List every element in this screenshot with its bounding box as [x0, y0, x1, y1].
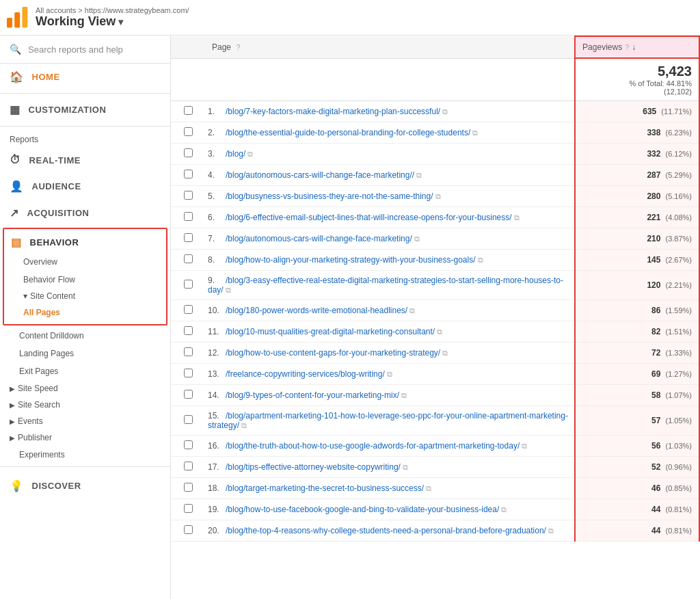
external-link-icon: ⧉: [512, 213, 520, 222]
th-pageviews[interactable]: Pageviews ? ↓: [575, 36, 699, 58]
row-checkbox[interactable]: [184, 148, 193, 157]
row-checkbox[interactable]: [184, 106, 193, 115]
page-link[interactable]: /blog/autonomous-cars-will-change-face-m…: [226, 234, 412, 243]
behavior-icon: ▤: [11, 236, 22, 249]
pageviews-value: 82: [651, 327, 660, 336]
sidebar-item-events[interactable]: ▶ Events: [0, 413, 170, 429]
row-checkbox[interactable]: [184, 390, 193, 399]
page-link[interactable]: /blog/10-must-qualities-great-digital-ma…: [226, 327, 435, 336]
row-checkbox-cell: [171, 122, 205, 144]
pageviews-value: 72: [651, 348, 660, 358]
page-link[interactable]: /blog/9-types-of-content-for-your-market…: [226, 390, 399, 400]
row-checkbox[interactable]: [184, 369, 193, 377]
page-link[interactable]: /blog/the-essential-guide-to-personal-br…: [226, 128, 470, 137]
page-link[interactable]: /blog/3-easy-effective-real-estate-digit…: [208, 276, 563, 295]
row-pageviews: 44 (0.81%): [575, 520, 699, 542]
pageviews-col-label: Pageviews: [582, 42, 622, 52]
pageviews-pct: (1.03%): [663, 442, 692, 450]
row-checkbox[interactable]: [184, 440, 193, 449]
page-link[interactable]: /blog/how-to-use-facebook-google-and-bin…: [226, 505, 499, 514]
row-checkbox[interactable]: [184, 212, 193, 221]
page-link[interactable]: /blog/tips-effective-attorney-website-co…: [226, 462, 401, 472]
sidebar-item-discover[interactable]: 💡 DISCOVER: [0, 472, 170, 499]
sidebar-item-exit-pages[interactable]: Exit Pages: [0, 362, 170, 380]
working-view-dropdown-icon[interactable]: ▾: [118, 16, 123, 27]
row-checkbox[interactable]: [184, 254, 193, 263]
row-checkbox[interactable]: [184, 347, 193, 356]
row-number: 1.: [208, 107, 223, 116]
page-link[interactable]: /blog/apartment-marketing-101-how-to-lev…: [208, 411, 568, 430]
page-link[interactable]: /blog/how-to-use-content-gaps-for-your-m…: [226, 348, 440, 358]
sidebar-item-experiments[interactable]: Experiments: [0, 446, 170, 464]
page-link[interactable]: /blog/7-key-factors-make-digital-marketi…: [226, 107, 440, 116]
page-link[interactable]: /blog/6-effective-email-subject-lines-th…: [226, 213, 512, 222]
page-link[interactable]: /blog/how-to-align-your-marketing-strate…: [226, 255, 475, 265]
page-link[interactable]: /blog/: [226, 149, 245, 159]
table-row: 18./blog/target-marketing-the-secret-to-…: [171, 478, 699, 499]
pageviews-sort-group: Pageviews ? ↓: [582, 42, 636, 52]
svg-rect-1: [14, 12, 20, 27]
page-link[interactable]: /blog/busyness-vs-business-they-are-not-…: [226, 191, 433, 201]
reports-section-label: Reports: [0, 129, 170, 147]
row-checkbox[interactable]: [184, 170, 193, 178]
pageviews-pct: (2.21%): [663, 281, 692, 289]
row-checkbox[interactable]: [184, 305, 193, 314]
th-page[interactable]: Page ?: [205, 36, 575, 58]
row-checkbox[interactable]: [184, 191, 193, 200]
events-label: Events: [18, 416, 43, 426]
sidebar-item-behavior[interactable]: ▤ BEHAVIOR: [4, 232, 166, 253]
sidebar-item-landing-pages[interactable]: Landing Pages: [0, 345, 170, 362]
pageviews-pct: (6.23%): [663, 129, 692, 137]
row-checkbox[interactable]: [184, 280, 193, 289]
row-number: 13.: [208, 369, 223, 379]
sidebar-item-publisher[interactable]: ▶ Publisher: [0, 429, 170, 446]
audience-icon: 👤: [10, 180, 24, 193]
sidebar-item-behavior-flow[interactable]: Behavior Flow: [4, 271, 166, 289]
sidebar-item-site-search[interactable]: ▶ Site Search: [0, 397, 170, 413]
sidebar-item-behavior-overview[interactable]: Overview: [4, 253, 166, 271]
pageviews-value: 338: [647, 128, 660, 137]
sidebar-item-all-pages[interactable]: All Pages: [4, 304, 166, 321]
sidebar-item-realtime[interactable]: ⏱ REAL-TIME: [0, 147, 170, 173]
search-row[interactable]: 🔍 Search reports and help: [0, 36, 170, 64]
row-checkbox-cell: [171, 321, 205, 343]
summary-row: 5,423 % of Total: 44.81% (12,102): [171, 58, 699, 101]
pageviews-pct: (6.12%): [663, 150, 692, 158]
row-number: 14.: [208, 390, 223, 400]
external-link-icon: ⧉: [499, 505, 507, 514]
sidebar-item-site-speed[interactable]: ▶ Site Speed: [0, 380, 170, 397]
publisher-arrow: ▶: [10, 434, 15, 442]
row-number: 17.: [208, 462, 223, 472]
row-checkbox[interactable]: [184, 127, 193, 136]
row-checkbox-cell: [171, 207, 205, 228]
row-checkbox[interactable]: [184, 483, 193, 492]
row-pageviews: 332 (6.12%): [575, 144, 699, 165]
page-link[interactable]: /blog/the-truth-about-how-to-use-google-…: [226, 441, 520, 451]
row-pageviews: 280 (5.16%): [575, 186, 699, 207]
external-link-icon: ⧉: [520, 442, 527, 450]
site-content-toggle[interactable]: ▾ Site Content: [4, 289, 166, 304]
sidebar-item-customization[interactable]: ▦ CUSTOMIZATION: [0, 96, 170, 123]
sidebar-item-home[interactable]: 🏠 HOME: [0, 64, 170, 90]
row-checkbox[interactable]: [184, 233, 193, 242]
row-checkbox[interactable]: [184, 525, 193, 534]
page-link[interactable]: /blog/autonomous-cars-will-change-face-m…: [226, 170, 414, 180]
sidebar-item-acquisition[interactable]: ↗ ACQUISITION: [0, 200, 170, 226]
row-checkbox[interactable]: [184, 462, 193, 470]
row-checkbox[interactable]: [184, 326, 193, 335]
row-checkbox[interactable]: [184, 504, 193, 513]
page-link[interactable]: /blog/180-power-words-write-emotional-he…: [226, 306, 407, 315]
working-view-title[interactable]: Working View ▾: [36, 14, 189, 29]
sidebar-item-audience[interactable]: 👤 AUDIENCE: [0, 173, 170, 200]
ga-logo: [7, 7, 29, 29]
page-link[interactable]: /freelance-copywriting-services/blog-wri…: [226, 369, 385, 379]
row-checkbox-cell: [171, 271, 205, 300]
pageviews-pct: (5.16%): [663, 192, 692, 200]
row-pageviews: 69 (1.27%): [575, 364, 699, 385]
page-link[interactable]: /blog/target-marketing-the-secret-to-bus…: [226, 483, 424, 493]
page-link[interactable]: /blog/the-top-4-reasons-why-college-stud…: [226, 526, 546, 535]
row-page-combined: 9./blog/3-easy-effective-real-estate-dig…: [205, 271, 575, 300]
sidebar-item-content-drilldown[interactable]: Content Drilldown: [0, 327, 170, 345]
row-pageviews: 72 (1.33%): [575, 343, 699, 364]
row-checkbox[interactable]: [184, 415, 193, 424]
